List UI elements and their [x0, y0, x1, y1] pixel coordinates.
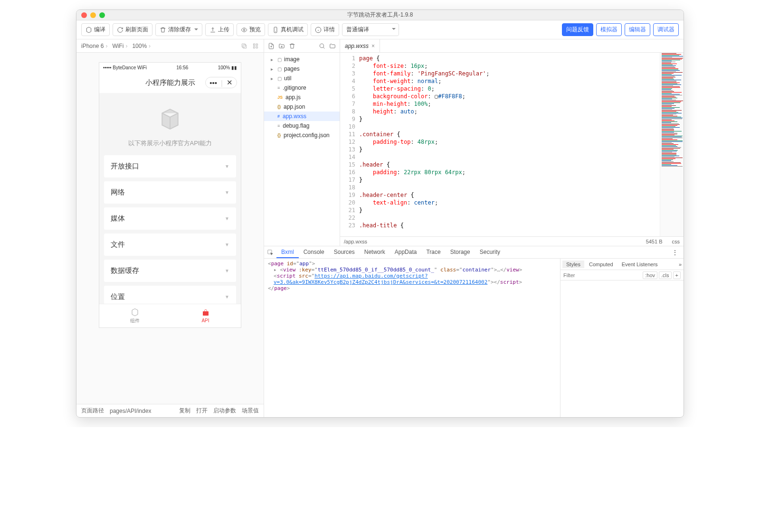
phone-nav-title: 小程序能力展示 [145, 78, 195, 87]
cube-icon [158, 107, 182, 131]
zoom-select[interactable]: 100%› [132, 43, 151, 49]
delete-icon[interactable] [289, 43, 295, 49]
device-select[interactable]: iPhone 6› [81, 43, 107, 49]
styles-more-icon[interactable]: » [679, 261, 682, 267]
search-icon[interactable] [319, 43, 325, 49]
debugger-toggle-button[interactable]: 调试器 [653, 23, 679, 36]
svg-rect-6 [256, 44, 258, 46]
svg-rect-5 [253, 44, 255, 46]
phone-tabbar: 组件 API [99, 304, 241, 327]
hov-toggle[interactable]: :hov [643, 271, 657, 279]
devtools-panel: BxmlConsoleSourcesNetworkAppDataTraceSto… [264, 246, 684, 417]
capsule-close-icon[interactable]: ✕ [227, 78, 233, 87]
details-button[interactable]: 详情 [311, 23, 339, 36]
cls-toggle[interactable]: .cls [659, 271, 672, 279]
file-project.config.json[interactable]: {}project.config.json [264, 131, 340, 140]
svg-rect-4 [242, 44, 245, 47]
preview-button[interactable]: 预览 [237, 23, 265, 36]
open-path-button[interactable]: 打开 [196, 407, 208, 415]
page-path-label: 页面路径 [81, 407, 104, 415]
toolbox-icon [201, 308, 210, 317]
compile-mode-select[interactable]: 普通编译 [342, 23, 399, 36]
code-area[interactable]: 1234567891011121314151617181920212223 pa… [340, 53, 684, 236]
window-titlebar: 字节跳动开发者工具-1.9.8 [76, 10, 684, 20]
folder-util[interactable]: ▸▢util [264, 74, 340, 83]
editor-statusbar: /app.wxss 5451 B css [340, 236, 684, 246]
phone-navbar: 小程序能力展示 ••• | ✕ [99, 72, 241, 93]
devtab-appdata[interactable]: AppData [390, 247, 422, 258]
menu-row-4[interactable]: 数据缓存▼ [104, 260, 236, 282]
menu-row-2[interactable]: 媒体▼ [104, 207, 236, 230]
remote-debug-button[interactable]: 真机调试 [268, 23, 308, 36]
window-title: 字节跳动开发者工具-1.9.8 [76, 11, 684, 19]
simulator-toolbar: iPhone 6› WiFi› 100%› [76, 39, 264, 53]
svg-rect-3 [243, 45, 247, 48]
new-file-icon[interactable] [268, 43, 275, 49]
clear-cache-button[interactable]: 清除缓存 [155, 23, 202, 36]
copy-path-button[interactable]: 复制 [179, 407, 190, 415]
file-app.js[interactable]: JSapp.js [264, 93, 340, 102]
menu-row-3[interactable]: 文件▼ [104, 233, 236, 256]
styles-panel: StylesComputedEvent Listeners » :hov .cl… [560, 259, 684, 417]
svg-rect-7 [253, 47, 255, 48]
upload-button[interactable]: 上传 [205, 23, 234, 36]
devtab-console[interactable]: Console [299, 247, 329, 258]
devtab-sources[interactable]: Sources [329, 247, 360, 258]
refresh-button[interactable]: 刷新页面 [113, 23, 152, 36]
styletab-styles[interactable]: Styles [562, 261, 584, 268]
devtab-network[interactable]: Network [360, 247, 390, 258]
page-path-value: pages/API/index [110, 408, 173, 414]
tab-components[interactable]: 组件 [99, 304, 170, 327]
svg-rect-1 [274, 27, 277, 33]
add-style-button[interactable]: + [673, 271, 681, 279]
svg-point-0 [243, 29, 245, 31]
editor-tab-appwxss[interactable]: app.wxss × [340, 39, 380, 52]
code-editor: app.wxss × 12345678910111213141516171819… [340, 39, 684, 246]
minimap[interactable] [660, 53, 684, 236]
file-explorer: ▸▢image▸▢pages▸▢util≡.gitignoreJSapp.js{… [264, 39, 340, 246]
svg-rect-8 [256, 47, 258, 48]
devtab-storage[interactable]: Storage [446, 247, 475, 258]
file-.gitignore[interactable]: ≡.gitignore [264, 83, 340, 93]
devtab-trace[interactable]: Trace [421, 247, 445, 258]
simulator-footer: 页面路径 pages/API/index 复制 打开 启动参数 场景值 [76, 404, 264, 417]
grid-icon[interactable] [252, 43, 259, 49]
styles-filter-input[interactable] [563, 272, 641, 278]
styletab-computed[interactable]: Computed [585, 261, 617, 268]
file-debug.flag[interactable]: ≡debug.flag [264, 121, 340, 131]
phone-simulator: ••••• ByteDance WiFi 16:56 100% ▮▮ 小程序能力… [99, 62, 241, 328]
devtab-security[interactable]: Security [475, 247, 505, 258]
open-folder-icon[interactable] [329, 43, 336, 49]
launch-params-button[interactable]: 启动参数 [213, 407, 236, 415]
tab-api[interactable]: API [170, 304, 241, 327]
simulator-toggle-button[interactable]: 模拟器 [596, 23, 622, 36]
scene-value-button[interactable]: 场景值 [242, 407, 259, 415]
file-app.wxss[interactable]: #app.wxss [264, 112, 340, 121]
main-toolbar: 编译 刷新页面 清除缓存 上传 预览 真机调试 详情 普通编译 问题反馈 模拟器… [76, 20, 684, 39]
hero-text: 以下将展示小程序官方API能力 [104, 139, 236, 148]
menu-row-1[interactable]: 网络▼ [104, 181, 236, 204]
file-app.json[interactable]: {}app.json [264, 102, 340, 112]
new-folder-icon[interactable] [278, 43, 285, 49]
feedback-button[interactable]: 问题反馈 [562, 23, 593, 36]
folder-image[interactable]: ▸▢image [264, 55, 340, 64]
inspect-icon[interactable] [267, 249, 274, 256]
menu-row-0[interactable]: 开放接口▼ [104, 155, 236, 177]
copy-icon[interactable] [241, 43, 247, 49]
compile-button[interactable]: 编译 [81, 23, 110, 36]
elements-tree[interactable]: <page id="app"> ▸ <view :key="ttElem_570… [264, 259, 560, 417]
devtools-more-icon[interactable]: ⋮ [669, 249, 681, 256]
svg-point-10 [320, 44, 323, 47]
editor-toggle-button[interactable]: 编辑器 [625, 23, 650, 36]
folder-pages[interactable]: ▸▢pages [264, 64, 340, 74]
phone-statusbar: ••••• ByteDance WiFi 16:56 100% ▮▮ [99, 63, 241, 72]
cube-icon [131, 308, 139, 317]
close-tab-icon[interactable]: × [371, 43, 375, 49]
menu-row-5[interactable]: 位置▼ [104, 286, 236, 304]
styletab-event-listeners[interactable]: Event Listeners [618, 261, 662, 268]
network-select[interactable]: WiFi› [112, 43, 127, 49]
capsule-menu-icon[interactable]: ••• [209, 79, 217, 87]
svg-rect-9 [203, 311, 209, 316]
devtab-bxml[interactable]: Bxml [276, 247, 299, 258]
